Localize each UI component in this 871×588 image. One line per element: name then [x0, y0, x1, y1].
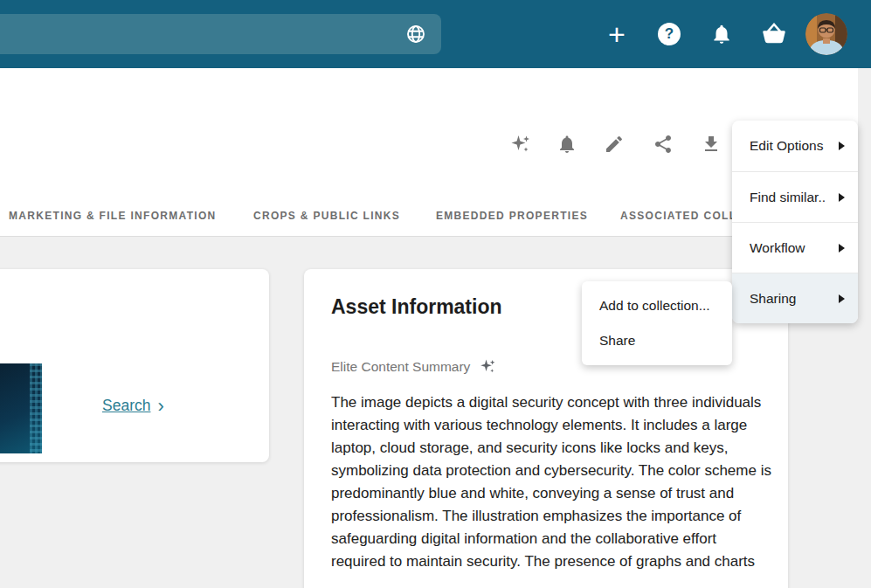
- preview-card: Search ›: [0, 269, 269, 462]
- search-link-label: Search: [102, 397, 150, 415]
- basket-icon[interactable]: [761, 0, 787, 68]
- submenu-arrow-icon: [839, 142, 845, 150]
- menu-item-edit-options[interactable]: Edit Options: [732, 121, 858, 171]
- notifications-icon[interactable]: [709, 0, 734, 68]
- asset-card-title: Asset Information: [331, 295, 502, 319]
- menu-item-find-similar[interactable]: Find similar..: [732, 171, 858, 222]
- alert-bell-icon[interactable]: [556, 134, 577, 155]
- menu-item-label: Workflow: [750, 240, 805, 256]
- add-icon[interactable]: +: [599, 0, 634, 68]
- tab-associated-collections[interactable]: ASSOCIATED COLL: [620, 210, 736, 222]
- thumbnail-pixel-pattern: [30, 363, 42, 453]
- tab-crops-public-links[interactable]: CROPS & PUBLIC LINKS: [253, 210, 400, 222]
- tab-marketing-file-information[interactable]: MARKETING & FILE INFORMATION: [9, 210, 217, 222]
- summary-label: Elite Content Summary: [331, 359, 470, 375]
- chevron-right-icon: ›: [157, 398, 163, 413]
- menu-item-workflow[interactable]: Workflow: [732, 222, 858, 273]
- ai-sparkle-icon[interactable]: [510, 134, 531, 155]
- sharing-submenu: Add to collection... Share: [582, 281, 732, 365]
- summary-row: Elite Content Summary: [331, 358, 496, 375]
- help-glyph: ?: [658, 23, 681, 45]
- globe-icon[interactable]: [405, 24, 426, 45]
- app-header: + ?: [0, 0, 871, 68]
- submenu-arrow-icon: [839, 294, 845, 303]
- menu-item-label: Sharing: [750, 291, 796, 307]
- context-menu: Edit Options Find similar.. Workflow Sha…: [732, 121, 858, 323]
- menu-item-label: Find similar..: [750, 190, 826, 205]
- menu-item-label: Edit Options: [750, 138, 823, 154]
- download-icon[interactable]: [701, 134, 722, 155]
- submenu-arrow-icon: [839, 193, 845, 202]
- avatar[interactable]: [805, 0, 847, 68]
- global-search-bar[interactable]: [0, 14, 441, 54]
- submenu-item-add-to-collection[interactable]: Add to collection...: [582, 288, 732, 323]
- help-icon[interactable]: ?: [658, 0, 681, 68]
- share-icon[interactable]: [653, 134, 674, 155]
- summary-text: The image depicts a digital security con…: [331, 391, 772, 573]
- search-link[interactable]: Search ›: [102, 397, 164, 415]
- ai-sparkle-icon[interactable]: [480, 358, 496, 375]
- submenu-arrow-icon: [839, 244, 845, 252]
- menu-item-sharing[interactable]: Sharing: [732, 273, 858, 323]
- asset-thumbnail[interactable]: [0, 363, 42, 453]
- submenu-item-share[interactable]: Share: [582, 323, 732, 358]
- tab-embedded-properties[interactable]: EMBEDDED PROPERTIES: [436, 210, 588, 222]
- edit-pencil-icon[interactable]: [604, 134, 625, 155]
